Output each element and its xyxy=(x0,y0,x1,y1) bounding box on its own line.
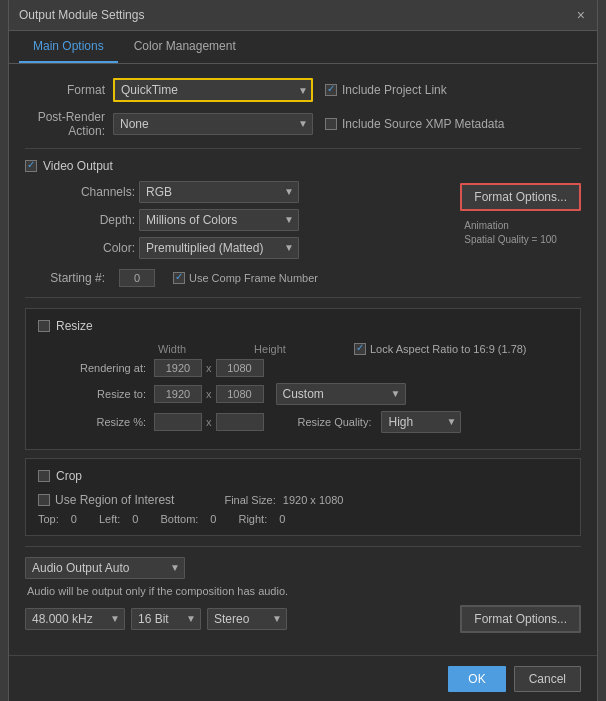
post-render-select[interactable]: None xyxy=(113,113,313,135)
resize-header: Resize xyxy=(38,319,568,333)
starting-hash-row: Starting #: Use Comp Frame Number xyxy=(25,269,581,287)
depth-select[interactable]: Millions of Colors xyxy=(139,209,299,231)
output-module-dialog: Output Module Settings × Main Options Co… xyxy=(8,0,598,701)
quality-select[interactable]: High xyxy=(381,411,461,433)
format-select[interactable]: QuickTime xyxy=(113,78,313,102)
bit-depth-select[interactable]: 16 Bit xyxy=(131,608,201,630)
include-project-link-checkbox[interactable] xyxy=(325,84,337,96)
video-output-header: Video Output xyxy=(25,159,581,173)
custom-select-wrapper: Custom ▼ xyxy=(276,383,406,405)
crop-header: Crop xyxy=(38,469,568,483)
height-col-label: Height xyxy=(246,343,294,355)
crop-values-row: Top: 0 Left: 0 Bottom: 0 Right: 0 xyxy=(38,513,568,525)
resize-label: Resize xyxy=(56,319,93,333)
resize-col-labels: Width Height Lock Aspect Ratio to 16:9 (… xyxy=(38,343,568,355)
top-label: Top: xyxy=(38,513,59,525)
color-label: Color: xyxy=(25,241,135,255)
left-label: Left: xyxy=(99,513,120,525)
use-roi-text: Use Region of Interest xyxy=(55,493,174,507)
custom-select[interactable]: Custom xyxy=(276,383,406,405)
cancel-button[interactable]: Cancel xyxy=(514,666,581,692)
audio-output-select-wrapper: Audio Output Auto ▼ xyxy=(25,557,185,579)
audio-channels-select[interactable]: Stereo xyxy=(207,608,287,630)
resize-to-row: Resize to: x Custom ▼ xyxy=(38,383,568,405)
audio-channels-select-wrapper: Stereo ▼ xyxy=(207,608,287,630)
depth-row: Depth: Millions of Colors ▼ xyxy=(25,209,450,231)
resize-pct-label: Resize %: xyxy=(38,416,146,428)
use-comp-frame-checkbox[interactable] xyxy=(173,272,185,284)
include-xmp-checkbox[interactable] xyxy=(325,118,337,130)
divider-2 xyxy=(25,297,581,298)
resize-to-x-sep: x xyxy=(206,388,212,400)
tab-main-options[interactable]: Main Options xyxy=(19,31,118,63)
audio-note: Audio will be output only if the composi… xyxy=(27,585,581,597)
top-value: 0 xyxy=(71,513,77,525)
rendering-width-input[interactable] xyxy=(154,359,202,377)
post-render-select-wrapper: None ▼ xyxy=(113,113,313,135)
sample-rate-select[interactable]: 48.000 kHz xyxy=(25,608,125,630)
sample-rate-select-wrapper: 48.000 kHz ▼ xyxy=(25,608,125,630)
format-row: Format QuickTime ▼ Include Project Link xyxy=(25,78,581,102)
ok-button[interactable]: OK xyxy=(448,666,505,692)
include-project-link-label: Include Project Link xyxy=(325,83,447,97)
channels-select[interactable]: RGB xyxy=(139,181,299,203)
bit-depth-select-wrapper: 16 Bit ▼ xyxy=(131,608,201,630)
starting-hash-label: Starting #: xyxy=(25,271,105,285)
audio-output-row: Audio Output Auto ▼ xyxy=(25,557,581,579)
color-select-wrapper: Premultiplied (Matted) ▼ xyxy=(139,237,299,259)
lock-aspect-text: Lock Aspect Ratio to 16:9 (1.78) xyxy=(370,343,527,355)
color-row: Color: Premultiplied (Matted) ▼ xyxy=(25,237,450,259)
rendering-at-row: Rendering at: x xyxy=(38,359,568,377)
lock-aspect-label: Lock Aspect Ratio to 16:9 (1.78) xyxy=(354,343,527,355)
resize-checkbox[interactable] xyxy=(38,320,50,332)
use-comp-frame-label: Use Comp Frame Number xyxy=(173,272,318,284)
close-button[interactable]: × xyxy=(575,8,587,22)
dialog-title: Output Module Settings xyxy=(19,8,144,22)
channels-select-wrapper: RGB ▼ xyxy=(139,181,299,203)
depth-select-wrapper: Millions of Colors ▼ xyxy=(139,209,299,231)
left-value: 0 xyxy=(132,513,138,525)
divider-3 xyxy=(25,546,581,547)
resize-to-height-input[interactable] xyxy=(216,385,264,403)
channels-row: Channels: RGB ▼ xyxy=(25,181,450,203)
audio-format-options-button[interactable]: Format Options... xyxy=(460,605,581,633)
video-options-left: Channels: RGB ▼ Depth: Millions of Color… xyxy=(25,181,450,265)
use-roi-checkbox[interactable] xyxy=(38,494,50,506)
tab-color-management[interactable]: Color Management xyxy=(120,31,250,63)
right-label: Right: xyxy=(238,513,267,525)
resize-to-label: Resize to: xyxy=(38,388,146,400)
resize-pct-row: Resize %: x Resize Quality: High ▼ xyxy=(38,411,568,433)
post-render-label: Post-Render Action: xyxy=(25,110,105,138)
video-output-label: Video Output xyxy=(43,159,113,173)
main-content: Format QuickTime ▼ Include Project Link … xyxy=(9,64,597,655)
format-options-button[interactable]: Format Options... xyxy=(460,183,581,211)
footer: OK Cancel xyxy=(9,655,597,702)
video-output-checkbox[interactable] xyxy=(25,160,37,172)
crop-options-row: Use Region of Interest Final Size: 1920 … xyxy=(38,493,568,507)
format-label: Format xyxy=(25,83,105,97)
right-value: 0 xyxy=(279,513,285,525)
rendering-x-sep: x xyxy=(206,362,212,374)
channels-label: Channels: xyxy=(25,185,135,199)
use-roi-label: Use Region of Interest xyxy=(38,493,174,507)
crop-checkbox[interactable] xyxy=(38,470,50,482)
lock-aspect-checkbox[interactable] xyxy=(354,343,366,355)
divider-1 xyxy=(25,148,581,149)
format-select-wrapper: QuickTime ▼ xyxy=(113,78,313,102)
include-xmp-label: Include Source XMP Metadata xyxy=(325,117,505,131)
resize-pct-height-input[interactable] xyxy=(216,413,264,431)
post-render-row: Post-Render Action: None ▼ Include Sourc… xyxy=(25,110,581,138)
depth-label: Depth: xyxy=(25,213,135,227)
bottom-value: 0 xyxy=(210,513,216,525)
resize-pct-x-sep: x xyxy=(206,416,212,428)
starting-hash-input[interactable] xyxy=(119,269,155,287)
rendering-height-input[interactable] xyxy=(216,359,264,377)
use-comp-frame-text: Use Comp Frame Number xyxy=(189,272,318,284)
color-select[interactable]: Premultiplied (Matted) xyxy=(139,237,299,259)
resize-pct-width-input[interactable] xyxy=(154,413,202,431)
animation-info: Animation Spatial Quality = 100 xyxy=(464,219,557,247)
audio-output-select[interactable]: Audio Output Auto xyxy=(25,557,185,579)
bottom-label: Bottom: xyxy=(160,513,198,525)
crop-section: Crop Use Region of Interest Final Size: … xyxy=(25,458,581,536)
resize-to-width-input[interactable] xyxy=(154,385,202,403)
